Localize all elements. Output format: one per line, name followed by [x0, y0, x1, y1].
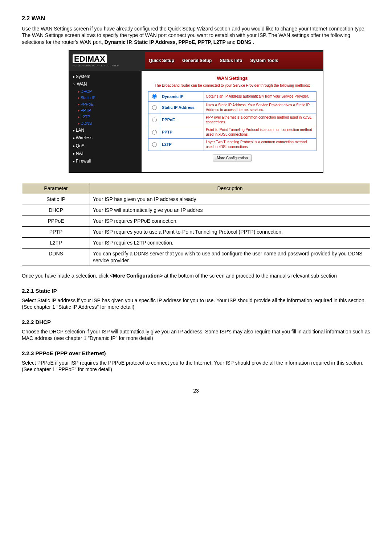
opt-desc: Uses a Static IP Address. Your Service P… [204, 101, 317, 114]
radio-pppoe[interactable] [152, 118, 157, 122]
logo-text: EDIMAX [73, 54, 107, 63]
opt-desc: PPP over Ethernet is a common connection… [204, 114, 317, 126]
table-row: DHCP Your ISP will automatically give yo… [22, 205, 370, 216]
header-description: Description [90, 183, 370, 194]
after-table-2: at the bottom of the screen and proceed … [163, 273, 337, 279]
opt-desc: Layer Two Tunneling Protocol is a common… [204, 138, 317, 151]
sidebar-item-qos[interactable]: QoS [69, 142, 142, 150]
more-configuration-button[interactable]: More Configuration [213, 155, 252, 162]
sidebar-item-wireless[interactable]: Wireless [69, 134, 142, 142]
sidebar-item-nat[interactable]: NAT [69, 150, 142, 157]
opt-label: Static IP Address [160, 101, 204, 114]
nav-quick-setup[interactable]: Quick Setup [149, 58, 174, 63]
heading-pppoe: 2.2.3 PPPoE (PPP over Ethernet) [22, 350, 370, 357]
sidebar-item-firewall[interactable]: Firewall [69, 157, 142, 165]
after-table-1: Once you have made a selection, click < [22, 273, 113, 279]
table-row: Static IP Address Uses a Static IP Addre… [148, 101, 317, 114]
sidebar: System WAN DHCP Static IP PPPoE PPTP L2T… [69, 71, 142, 172]
param-cell: DHCP [22, 205, 90, 216]
opt-desc: Obtains an IP Address automatically from… [204, 92, 317, 102]
param-cell: PPPoE [22, 216, 90, 226]
sidebar-sub-pptp[interactable]: PPTP [69, 107, 142, 114]
panel-subtitle: The Broadband router can be connected to… [148, 83, 317, 88]
page-number: 23 [22, 387, 370, 394]
radio-l2tp[interactable] [152, 142, 157, 147]
sidebar-sub-dhcp[interactable]: DHCP [69, 89, 142, 95]
desc-cell: Your ISP requires you to use a Point-to-… [90, 226, 370, 237]
main-panel: WAN Settings The Broadband router can be… [142, 71, 323, 172]
after-table-text: Once you have made a selection, click <M… [22, 272, 370, 279]
wan-options-table: Dynamic IP Obtains an IP Address automat… [148, 91, 317, 151]
sidebar-item-lan[interactable]: LAN [69, 127, 142, 134]
param-cell: PPTP [22, 226, 90, 237]
panel-title: WAN Settings [148, 75, 317, 82]
router-logo: EDIMAX NETWORKING PEOPLE TOGETHER [69, 54, 145, 67]
table-row: PPPoE Your ISP requires PPPoE connection… [22, 216, 370, 226]
wan-intro-bold: Dynamic IP, Static IP Address, PPPoE, PP… [105, 39, 226, 45]
param-cell: L2TP [22, 237, 90, 248]
desc-cell: Your ISP has given you an IP address alr… [90, 194, 370, 205]
router-body: System WAN DHCP Static IP PPPoE PPTP L2T… [69, 71, 323, 172]
heading-dhcp: 2.2.2 DHCP [22, 319, 370, 326]
wan-intro: Use the WAN Settings screen if you have … [22, 25, 370, 46]
static-ip-text: Select Static IP address if your ISP has… [22, 297, 370, 311]
wan-intro-end: . [253, 39, 254, 45]
radio-static-ip[interactable] [152, 105, 157, 110]
opt-desc: Point-to-Point Tunneling Protocol is a c… [204, 126, 317, 138]
desc-cell: Your ISP requires PPPoE connection. [90, 216, 370, 226]
after-table-bold: More Configuration> [113, 273, 163, 279]
router-header: EDIMAX NETWORKING PEOPLE TOGETHER Quick … [69, 50, 323, 71]
sidebar-sub-pppoe[interactable]: PPPoE [69, 101, 142, 108]
table-header-row: Parameter Description [22, 183, 370, 194]
dhcp-text: Choose the DHCP selection if your ISP wi… [22, 328, 370, 342]
table-row: PPPoE PPP over Ethernet is a common conn… [148, 114, 317, 126]
desc-cell: Your ISP will automatically give you an … [90, 205, 370, 216]
heading-wan: 2.2 WAN [22, 15, 370, 22]
nav-general-setup[interactable]: General Setup [182, 58, 212, 63]
table-row: Static IP Your ISP has given you an IP a… [22, 194, 370, 205]
table-row: PPTP Your ISP requires you to use a Poin… [22, 226, 370, 237]
header-parameter: Parameter [22, 183, 90, 194]
top-nav: Quick Setup General Setup Status Info Sy… [145, 52, 323, 69]
table-row: L2TP Layer Two Tunneling Protocol is a c… [148, 138, 317, 151]
opt-label: L2TP [160, 138, 204, 151]
radio-pptp[interactable] [152, 130, 157, 135]
param-cell: Static IP [22, 194, 90, 205]
table-row: Dynamic IP Obtains an IP Address automat… [148, 92, 317, 102]
logo-subtext: NETWORKING PEOPLE TOGETHER [73, 64, 145, 67]
nav-system-tools[interactable]: System Tools [250, 58, 278, 63]
table-row: L2TP Your ISP requires L2TP connection. [22, 237, 370, 248]
sidebar-sub-static-ip[interactable]: Static IP [69, 95, 142, 101]
opt-label: PPTP [160, 126, 204, 138]
wan-intro-ddns: DDNS [237, 39, 252, 45]
opt-label: PPPoE [160, 114, 204, 126]
param-cell: DDNS [22, 248, 90, 266]
sidebar-sub-ddns[interactable]: DDNS [69, 120, 142, 127]
sidebar-item-wan[interactable]: WAN [69, 81, 142, 88]
wan-intro-and: and [227, 39, 237, 45]
parameter-table: Parameter Description Static IP Your ISP… [22, 183, 370, 266]
desc-cell: You can specify a DDNS server that you w… [90, 248, 370, 266]
radio-dynamic-ip[interactable] [152, 94, 157, 99]
opt-label: Dynamic IP [160, 92, 204, 102]
pppoe-text: Select PPPoE if your ISP requires the PP… [22, 360, 370, 373]
heading-static-ip: 2.2.1 Static IP [22, 287, 370, 295]
router-screenshot: EDIMAX NETWORKING PEOPLE TOGETHER Quick … [69, 50, 323, 173]
table-row: PPTP Point-to-Point Tunneling Protocol i… [148, 126, 317, 138]
desc-cell: Your ISP requires L2TP connection. [90, 237, 370, 248]
table-row: DDNS You can specify a DDNS server that … [22, 248, 370, 266]
sidebar-sub-l2tp[interactable]: L2TP [69, 114, 142, 120]
sidebar-item-system[interactable]: System [69, 73, 142, 81]
nav-status-info[interactable]: Status Info [220, 58, 242, 63]
